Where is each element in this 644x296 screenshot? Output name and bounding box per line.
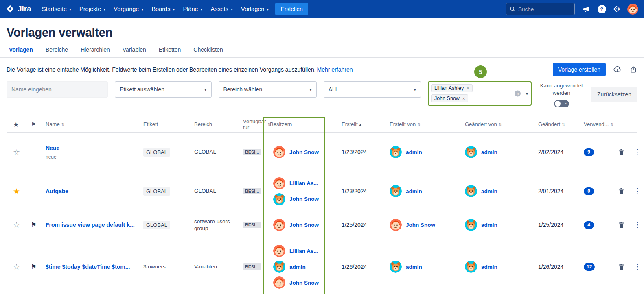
cloud-download-icon[interactable]: [613, 65, 622, 74]
delete-button[interactable]: [618, 222, 625, 229]
user-link[interactable]: John Snow: [289, 149, 319, 155]
search-icon: [510, 6, 515, 12]
jira-logo[interactable]: Jira: [6, 4, 31, 13]
delete-button[interactable]: [618, 188, 625, 195]
user-link[interactable]: John Snow: [289, 280, 319, 286]
template-name-link[interactable]: $time $today $dateTime $tom...: [46, 263, 130, 270]
column-header-besitzern[interactable]: Besitzern: [270, 121, 330, 128]
modified-date: 2/01/2024: [538, 188, 563, 194]
owners-cell: Lillian As...adminJohn Snow: [270, 242, 330, 291]
column-header-verwend[interactable]: Verwend...⇅: [584, 121, 613, 128]
tab-variablen[interactable]: Variablen: [122, 45, 147, 57]
nav-item-startseite[interactable]: Startseite▾: [38, 3, 75, 15]
column-header-verfugbar-fur[interactable]: Verfügbar für⇅: [243, 118, 270, 131]
create-issue-button[interactable]: Erstellen: [275, 3, 308, 15]
user-cell: admin: [465, 219, 497, 231]
column-header-bereich[interactable]: Bereich: [194, 121, 243, 128]
filter-label-select[interactable]: Etikett auswählen ▾: [115, 81, 211, 98]
column-header-label: Geändert: [538, 121, 560, 128]
user-cell: admin: [465, 185, 497, 197]
more-actions-button[interactable]: ⋮: [634, 263, 641, 270]
reset-filters-button[interactable]: Zurücksetzen: [591, 87, 637, 102]
user-avatar: [390, 219, 402, 231]
template-name-link[interactable]: Aufgabe: [46, 188, 68, 194]
page-title: Vorlagen verwalten: [7, 26, 637, 39]
learn-more-link[interactable]: Mehr erfahren: [317, 66, 353, 73]
create-template-button[interactable]: Vorlage erstellen: [553, 63, 606, 76]
tab-etiketten[interactable]: Etiketten: [158, 45, 182, 57]
favorite-star[interactable]: ★: [13, 187, 20, 195]
user-link[interactable]: admin: [481, 188, 497, 194]
sort-icon: ⇅: [417, 122, 421, 127]
can-apply-toggle[interactable]: ×: [554, 100, 569, 107]
user-link[interactable]: John Snow: [406, 222, 435, 228]
column-header-geandert[interactable]: Geändert⇅: [538, 121, 584, 128]
chevron-down-icon[interactable]: ▾: [526, 91, 528, 96]
nav-item-plane[interactable]: Pläne▾: [179, 3, 206, 15]
user-link[interactable]: admin: [406, 149, 422, 155]
template-name-link[interactable]: Neue: [46, 145, 59, 151]
more-actions-button[interactable]: ⋮: [634, 148, 641, 156]
usage-count-badge: 4: [584, 221, 594, 229]
toggle-off-icon: ×: [565, 102, 567, 106]
profile-avatar[interactable]: [627, 4, 638, 15]
user-link[interactable]: admin: [481, 222, 497, 228]
sort-icon: ⇅: [61, 122, 65, 127]
table-row: ★AufgabeGLOBALGLOBALBESI...Lillian As...…: [7, 172, 637, 211]
can-apply-filter: Kann angewendet werden ×: [539, 81, 584, 107]
filter-space-select[interactable]: Bereich wählen ▾: [219, 81, 317, 98]
user-link[interactable]: admin: [481, 149, 497, 155]
column-header-geandert-von[interactable]: Geändert von⇅: [465, 121, 538, 128]
user-avatar: [465, 146, 477, 158]
column-header-label: Verfügbar für: [243, 118, 266, 131]
owners-cell: John Snow: [270, 216, 330, 233]
gear-icon[interactable]: ⚙: [613, 5, 620, 13]
user-link[interactable]: admin: [289, 264, 306, 270]
user-link[interactable]: admin: [406, 264, 422, 270]
delete-button[interactable]: [618, 263, 625, 270]
column-header-erstellt[interactable]: Erstellt▴: [342, 121, 390, 128]
favorite-star[interactable]: ☆: [13, 148, 20, 156]
nav-item-assets[interactable]: Assets▾: [207, 3, 237, 15]
nav-item-vorlagen[interactable]: Vorlagen▾: [237, 3, 273, 15]
filter-type-select[interactable]: ALL ▾: [324, 81, 421, 98]
favorite-star[interactable]: ☆: [13, 221, 20, 229]
toggle-knob: [555, 101, 561, 107]
user-link[interactable]: Lillian As...: [289, 180, 318, 186]
favorite-star[interactable]: ☆: [13, 263, 20, 271]
column-header-erstellt-von[interactable]: Erstellt von⇅: [390, 121, 465, 128]
filter-name-input[interactable]: [7, 81, 108, 98]
tab-hierarchien[interactable]: Hierarchien: [80, 45, 111, 57]
nav-item-vorgange[interactable]: Vorgänge▾: [110, 3, 147, 15]
user-link[interactable]: admin: [481, 264, 497, 270]
column-header-name[interactable]: Name⇅: [46, 121, 143, 128]
help-icon[interactable]: ?: [598, 5, 606, 13]
user-avatar: [273, 177, 285, 189]
table-header: ★⚑Name⇅EtikettBereichVerfügbar für⇅Besit…: [7, 117, 637, 133]
remove-chip-icon[interactable]: ×: [467, 86, 469, 91]
tab-bereiche[interactable]: Bereiche: [45, 45, 69, 57]
nav-item-projekte[interactable]: Projekte▾: [75, 3, 110, 15]
user-link[interactable]: John Snow: [289, 222, 319, 228]
search-input[interactable]: [518, 6, 571, 12]
export-icon[interactable]: [629, 65, 637, 74]
created-date: 1/26/2024: [342, 263, 367, 270]
clear-selection-icon[interactable]: ×: [515, 91, 521, 97]
user-link[interactable]: Lillian As...: [289, 248, 318, 254]
tab-checklisten[interactable]: Checklisten: [193, 45, 223, 57]
nav-item-boards[interactable]: Boards▾: [147, 3, 179, 15]
user-link[interactable]: John Snow: [289, 196, 319, 202]
user-link[interactable]: admin: [406, 188, 422, 194]
template-name-link[interactable]: From issue view page default k...: [46, 222, 135, 228]
remove-chip-icon[interactable]: ×: [462, 96, 465, 101]
user-avatar: [273, 146, 285, 158]
announcements-icon[interactable]: [582, 4, 591, 13]
tab-vorlagen[interactable]: Vorlagen: [8, 45, 34, 57]
global-search[interactable]: [506, 3, 575, 15]
more-actions-button[interactable]: ⋮: [634, 221, 641, 229]
more-actions-button[interactable]: ⋮: [634, 187, 641, 195]
text-cursor: [471, 95, 471, 102]
filter-owners-multiselect[interactable]: 5 Lillian Ashley×John Snow× × ▾: [428, 81, 532, 106]
delete-button[interactable]: [618, 149, 625, 156]
column-header-etikett[interactable]: Etikett: [143, 121, 194, 128]
